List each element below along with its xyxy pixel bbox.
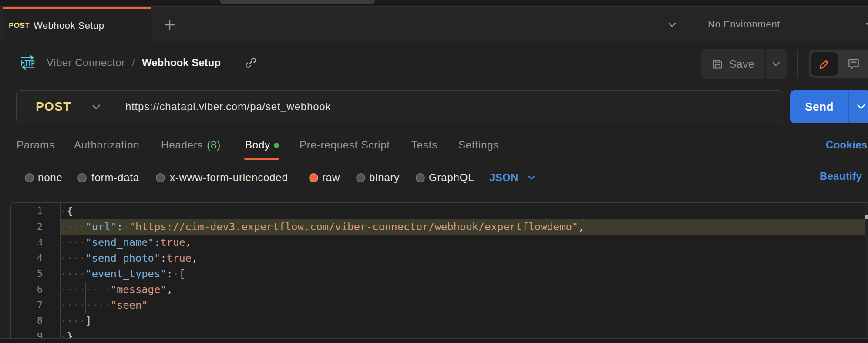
url-input[interactable]: https://chatapi.viber.com/pa/set_webhook — [125, 91, 331, 123]
copy-link-button[interactable] — [242, 56, 259, 70]
code-line-2[interactable]: 2····"url":·"https://cim-dev3.expertflow… — [11, 219, 865, 235]
whitespace-dots: ···· — [61, 236, 85, 249]
body-type-radio-x-www-form-urlencoded[interactable] — [156, 165, 165, 191]
chevron-down-icon — [666, 19, 678, 30]
save-options-button[interactable] — [766, 49, 787, 79]
environment-dropdown-button[interactable] — [863, 18, 868, 31]
code-line-7[interactable]: 7········"seen" — [11, 297, 865, 313]
line-number: 9 — [11, 329, 43, 338]
line-number: 5 — [11, 266, 43, 282]
breadcrumb-request-name[interactable]: Webhook Setup — [142, 43, 221, 83]
body-type-radio-binary[interactable] — [356, 165, 365, 191]
chevron-down-icon — [864, 19, 868, 30]
code-line-5[interactable]: 5····"event_types":·[ — [11, 266, 865, 282]
token-str: "https://cim-dev3.expertflow.com/viber-c… — [129, 221, 579, 233]
code-line-1[interactable]: 1·{ — [11, 203, 865, 219]
body-type-label-form-data[interactable]: form-data — [91, 165, 139, 191]
save-button-label: Save — [729, 58, 755, 71]
token-str: "message" — [111, 283, 167, 296]
global-search-bar-edge — [220, 0, 375, 4]
radio-checked-icon[interactable] — [309, 173, 318, 182]
radio-unchecked-icon[interactable] — [416, 173, 425, 182]
body-modified-dot — [274, 143, 279, 148]
body-type-label-graphql[interactable]: GraphQL — [429, 165, 474, 191]
environment-selector[interactable]: No Environment — [708, 7, 780, 42]
token-key: "send_photo" — [85, 252, 160, 264]
code-line-8[interactable]: 8····] — [11, 313, 865, 329]
code-line-6[interactable]: 6········"message", — [11, 282, 865, 297]
code-line-text: ·} — [61, 329, 73, 338]
code-line-text: ····"send_name":true, — [61, 235, 192, 250]
send-button[interactable]: Send — [790, 90, 868, 123]
whitespace-dots: · — [173, 268, 179, 280]
send-options-button[interactable] — [851, 100, 868, 113]
body-type-label-x-www-form-urlencoded[interactable]: x-www-form-urlencoded — [170, 165, 288, 191]
request-tab-pre-request-script[interactable]: Pre-request Script — [299, 131, 390, 159]
body-type-radio-graphql[interactable] — [416, 165, 425, 191]
code-line-text: ·{ — [61, 203, 73, 219]
body-type-radio-none[interactable] — [25, 165, 34, 191]
body-language-selector[interactable]: JSON — [489, 165, 537, 191]
active-tab-underline — [244, 158, 279, 160]
cookies-link[interactable]: Cookies — [826, 131, 867, 159]
line-number: 1 — [11, 203, 43, 219]
method-selector[interactable]: POST — [36, 91, 71, 123]
token-str: "seen" — [111, 299, 148, 311]
breadcrumb-folder[interactable]: Viber Connector — [47, 43, 125, 83]
link-icon — [244, 56, 258, 70]
request-tab-params[interactable]: Params — [17, 131, 55, 159]
whitespace-dots: ···· — [61, 221, 85, 233]
body-code-editor[interactable]: 1·{2····"url":·"https://cim-dev3.expertf… — [10, 202, 865, 338]
save-icon — [712, 58, 723, 70]
tab-list-dropdown-button[interactable] — [665, 18, 679, 31]
whitespace-dots: ···· — [61, 315, 85, 327]
token-punc: [ — [179, 268, 185, 280]
send-button-divider — [848, 90, 849, 123]
token-key: "url" — [85, 221, 117, 233]
token-punc: , — [167, 283, 173, 296]
new-tab-button[interactable] — [160, 15, 179, 34]
whitespace-dots: · — [123, 221, 129, 233]
radio-unchecked-icon[interactable] — [25, 173, 34, 182]
save-button[interactable]: Save — [701, 49, 765, 79]
code-line-4[interactable]: 4····"send_photo":true, — [11, 250, 865, 266]
request-tab-settings[interactable]: Settings — [458, 131, 499, 159]
whitespace-dots: ···· — [61, 252, 85, 264]
body-type-radio-form-data[interactable] — [77, 165, 87, 191]
send-button-label: Send — [790, 90, 848, 123]
request-tab-headers[interactable]: Headers(8) — [161, 131, 221, 159]
token-punc: { — [67, 205, 73, 217]
request-tab-webhook-setup[interactable]: POST Webhook Setup — [3, 7, 151, 43]
pane-bottom-strip — [0, 338, 868, 343]
editor-scrollbar-handle[interactable] — [865, 215, 868, 219]
code-line-3[interactable]: 3····"send_name":true, — [11, 235, 865, 250]
editor-scrollbar-track[interactable] — [865, 203, 868, 338]
line-number: 3 — [11, 235, 43, 250]
line-number: 8 — [11, 313, 43, 329]
line-number: 2 — [11, 219, 43, 235]
request-tab-tests[interactable]: Tests — [411, 131, 437, 159]
beautify-link[interactable]: Beautify — [820, 163, 862, 189]
token-punc: } — [67, 330, 73, 338]
radio-unchecked-icon[interactable] — [356, 173, 365, 182]
body-type-radio-raw[interactable] — [309, 165, 318, 191]
plus-icon — [162, 17, 177, 32]
body-type-label-binary[interactable]: binary — [369, 165, 400, 191]
body-type-label-none[interactable]: none — [38, 165, 63, 191]
request-tab-authorization[interactable]: Authorization — [74, 131, 140, 159]
request-tab-label: Params — [17, 139, 55, 151]
code-line-9[interactable]: 9·} — [11, 329, 865, 338]
whitespace-dots: ···· — [61, 268, 85, 280]
token-val: true — [167, 252, 192, 264]
line-number: 7 — [11, 297, 43, 313]
http-request-icon: HTTP — [20, 55, 35, 70]
method-dropdown-chevron-icon[interactable] — [90, 100, 103, 113]
editor-code-area[interactable]: 1·{2····"url":·"https://cim-dev3.expertf… — [11, 203, 865, 338]
radio-unchecked-icon[interactable] — [77, 173, 87, 182]
request-tab-body[interactable]: Body — [245, 131, 270, 159]
body-type-label-raw[interactable]: raw — [322, 165, 340, 191]
token-punc: : — [154, 236, 160, 249]
radio-unchecked-icon[interactable] — [156, 173, 165, 182]
edit-mode-button[interactable] — [811, 52, 838, 76]
comments-button[interactable] — [841, 52, 866, 76]
